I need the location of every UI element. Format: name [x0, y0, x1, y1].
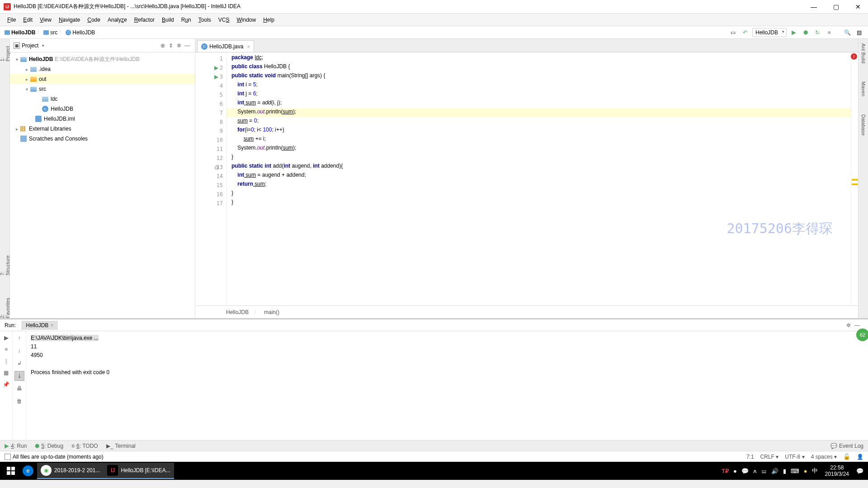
coverage-button[interactable]: ↻ [813, 28, 822, 37]
clear-icon[interactable]: 🗑 [14, 396, 24, 406]
maximize-button[interactable]: ▢ [830, 2, 843, 11]
minimize-button[interactable]: — [807, 2, 821, 11]
run-config-selector[interactable]: HelloJDB [752, 28, 787, 37]
expand-icon[interactable]: ▾ [24, 87, 30, 92]
tool-run[interactable]: ▶4: Run [5, 442, 27, 449]
keyboard-icon[interactable]: ⌨ [791, 468, 799, 474]
tree-src[interactable]: ▾ src [10, 84, 195, 94]
run-output[interactable]: E:\JAVA\JDK\bin\java.exe ... 11 4950 Pro… [26, 331, 868, 440]
error-stripe[interactable]: ! [851, 52, 858, 305]
menu-help[interactable]: Help [259, 15, 278, 25]
print-icon[interactable]: 🖶 [14, 384, 24, 394]
tool-favorites[interactable]: 2: Favorites [0, 294, 10, 318]
pin-button[interactable]: 📌 [2, 380, 11, 389]
tool-window-icon[interactable] [5, 454, 11, 460]
rerun-button[interactable]: ▶ [2, 333, 11, 342]
ime-icon[interactable]: 中 [812, 467, 818, 475]
structure-icon[interactable]: ▤ [854, 28, 863, 37]
annotation-icon[interactable]: @ [214, 164, 219, 170]
hide-icon[interactable]: — [183, 42, 191, 49]
menu-navigate[interactable]: Navigate [55, 15, 84, 25]
tool-terminal[interactable]: ▶_Terminal [106, 443, 136, 449]
tool-todo[interactable]: ≡6: TODO [71, 443, 98, 449]
tool-database[interactable]: Database [861, 114, 866, 136]
menu-window[interactable]: Window [233, 15, 259, 25]
tool-debug[interactable]: ⬢5: Debug [35, 443, 63, 449]
menu-code[interactable]: Code [84, 15, 104, 25]
notifications-icon[interactable]: 💬 [856, 468, 863, 474]
inspection-icon[interactable]: 👤 [857, 454, 863, 460]
volume-icon[interactable]: 🔊 [771, 468, 778, 474]
expand-icon[interactable]: ▸ [14, 127, 20, 131]
breadcrumb-src[interactable]: src [43, 29, 57, 36]
task-chrome[interactable]: ◉ 2018-2019-2 201... [37, 463, 104, 479]
expand-icon[interactable]: ▾ [14, 57, 20, 62]
tool-ant[interactable]: Ant Build [861, 43, 866, 63]
taskbar-clock[interactable]: 22:58 2019/3/24 [822, 465, 852, 477]
close-button[interactable]: ✕ [852, 2, 864, 11]
tree-scratches[interactable]: Scratches and Consoles [10, 134, 195, 144]
code-area[interactable]: package ldc; public class HelloJDB { pub… [227, 52, 851, 305]
menu-edit[interactable]: Edit [19, 15, 36, 25]
menu-view[interactable]: View [36, 15, 55, 25]
indent-config[interactable]: 4 spaces ▾ [811, 454, 837, 460]
warning-marker[interactable] [852, 183, 858, 185]
menu-build[interactable]: Build [158, 15, 178, 25]
tray-icon[interactable]: T₽ [722, 468, 729, 474]
up-stack-icon[interactable]: ↑ [14, 333, 24, 343]
tray-icon[interactable]: 💬 [741, 468, 749, 474]
tree-root[interactable]: ▾ HelloJDBE:\IDEA\IDEA各种源文件\HelloJDB [10, 54, 195, 64]
warning-marker[interactable] [852, 179, 858, 181]
lightedit-badge[interactable]: 62 [856, 328, 868, 341]
sync-icon[interactable]: ● [804, 468, 807, 474]
tool-maven[interactable]: Maven [861, 81, 866, 96]
tree-external-libraries[interactable]: ▸ External Libraries [10, 124, 195, 134]
file-encoding[interactable]: UTF-8 ▾ [785, 454, 804, 460]
expand-icon[interactable]: ▸ [24, 77, 30, 82]
tree-ldc[interactable]: ldc [10, 94, 195, 104]
menu-vcs[interactable]: VCS [215, 15, 233, 25]
collapse-all-icon[interactable]: ⇕ [167, 42, 175, 49]
run-gutter-icon[interactable]: ▶ [214, 65, 218, 71]
line-separator[interactable]: CRLF ▾ [760, 454, 779, 460]
tree-iml[interactable]: HelloJDB.iml [10, 114, 195, 124]
breadcrumb-file[interactable]: CHelloJDB [66, 29, 95, 36]
tool-event-log[interactable]: 💬Event Log [830, 443, 863, 449]
stop-button[interactable]: ■ [825, 28, 834, 37]
run-button[interactable]: ▶ [789, 28, 798, 37]
tree-hellojdb-class[interactable]: C HelloJDB [10, 104, 195, 114]
menu-analyze[interactable]: Analyze [104, 15, 131, 25]
breadcrumb-method[interactable]: main() [264, 309, 279, 315]
scroll-to-source-icon[interactable]: ⊕ [159, 42, 167, 49]
down-stack-icon[interactable]: ↓ [14, 346, 24, 356]
project-view-selector[interactable]: ▦Project [14, 42, 159, 49]
tool-structure[interactable]: 7: Structure [0, 251, 10, 276]
back-icon[interactable]: ↶ [741, 28, 750, 37]
start-button[interactable] [3, 463, 19, 479]
breadcrumb-root[interactable]: HelloJDB [5, 29, 35, 36]
scroll-end-icon[interactable]: ⤓ [14, 371, 24, 381]
breadcrumb-class[interactable]: HelloJDB [226, 309, 249, 315]
settings-icon[interactable]: ✲ [175, 42, 183, 49]
tray-icon[interactable]: ● [733, 468, 737, 474]
stop-button[interactable]: ■ [2, 345, 11, 354]
build-icon[interactable]: ▭ [729, 28, 738, 37]
battery-icon[interactable]: ▮ [783, 468, 786, 474]
caret-position[interactable]: 7:1 [746, 454, 754, 460]
tray-up-icon[interactable]: ʌ [753, 468, 757, 474]
readonly-lock-icon[interactable]: 🔓 [843, 453, 850, 460]
tool-project[interactable]: 1: Project [0, 42, 10, 61]
menu-tools[interactable]: Tools [195, 15, 215, 25]
menu-run[interactable]: Run [178, 15, 195, 25]
pause-button[interactable]: ‖ [2, 357, 11, 366]
menu-refactor[interactable]: Refactor [131, 15, 158, 25]
menu-file[interactable]: File [4, 15, 19, 25]
task-edge[interactable]: e [19, 463, 37, 479]
expand-icon[interactable]: ▸ [24, 67, 30, 72]
error-badge[interactable]: ! [851, 53, 857, 60]
editor-tab-hellojdb[interactable]: C HelloJDB.java × [197, 40, 254, 52]
run-gutter-icon[interactable]: ▶ [214, 74, 218, 80]
task-intellij[interactable]: IJ HelloJDB [E:\IDEA... [104, 463, 174, 479]
hide-icon[interactable]: — [854, 322, 860, 328]
wifi-icon[interactable]: ⚍ [761, 468, 767, 474]
